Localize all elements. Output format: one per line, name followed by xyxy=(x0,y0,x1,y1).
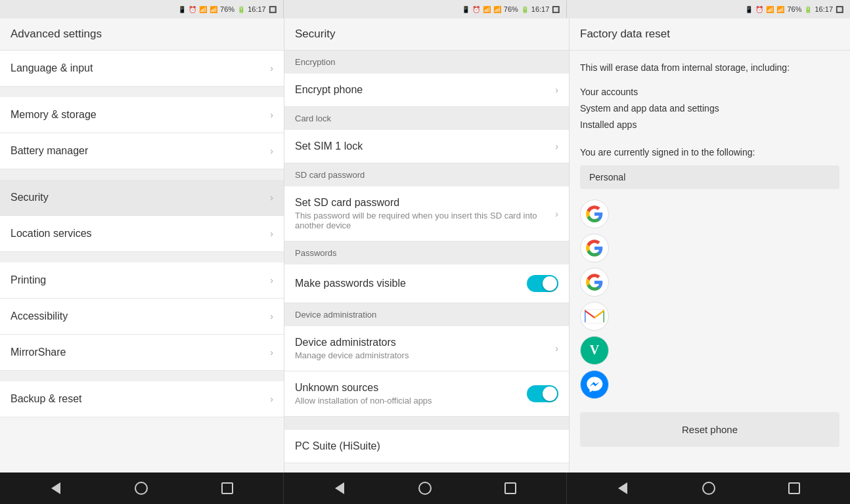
sidebar-item-mirrorshare[interactable]: MirrorShare › xyxy=(0,335,284,371)
sidebar-item-security[interactable]: Security › xyxy=(0,180,284,216)
home-button-mid[interactable] xyxy=(417,480,433,496)
back-triangle-left xyxy=(51,482,60,494)
home-button-left[interactable] xyxy=(133,480,149,496)
section-header-device-admin: Device administration xyxy=(284,303,569,326)
mirrorshare-arrow-icon: › xyxy=(270,347,273,358)
signal-icon: 📶 xyxy=(210,6,217,13)
panel-factory-reset: Factory data reset This will erase data … xyxy=(570,18,850,472)
time-right: 16:17 xyxy=(815,5,833,13)
signed-in-label: You are currently signed in to the follo… xyxy=(580,147,839,158)
erase-item-system: System and app data and settings xyxy=(580,100,839,117)
gmail-icon xyxy=(580,302,609,331)
back-button-right[interactable] xyxy=(615,480,631,496)
sidebar-item-language[interactable]: Language & input › xyxy=(0,51,284,87)
security-item-pc-suite[interactable]: PC Suite (HiSuite) xyxy=(284,430,569,463)
account-row-5: V xyxy=(580,336,839,365)
back-button-mid[interactable] xyxy=(332,480,347,496)
back-button-left[interactable] xyxy=(48,480,64,496)
sidebar-item-memory[interactable]: Memory & storage › xyxy=(0,97,284,133)
mirrorshare-label: MirrorShare xyxy=(11,346,66,358)
location-arrow-icon: › xyxy=(270,228,273,239)
status-bar-middle: 📱 ⏰ 📶 📶 76% 🔋 16:17 🔲 xyxy=(284,0,568,18)
unknown-sources-toggle-container[interactable] xyxy=(527,385,558,402)
unknown-sources-subtitle: Allow installation of non-official apps xyxy=(295,396,527,406)
section-header-encryption: Encryption xyxy=(284,51,569,74)
main-content: Advanced settings Language & input › Mem… xyxy=(0,18,850,472)
section-header-empty xyxy=(284,417,569,430)
battery-icon-mid: 🔋 xyxy=(521,6,529,13)
backup-arrow-icon: › xyxy=(270,394,273,404)
reset-phone-button[interactable]: Reset phone xyxy=(580,412,839,447)
wifi-icon-mid: 📶 xyxy=(483,6,491,13)
passwords-toggle-knob xyxy=(543,276,557,291)
security-item-sd-password[interactable]: Set SD card password This password will … xyxy=(284,186,569,242)
section-header-sd-password: SD card password xyxy=(284,163,569,186)
nav-bar-left xyxy=(0,472,284,504)
spacer-3 xyxy=(0,252,284,262)
accessibility-arrow-icon: › xyxy=(270,311,273,322)
home-button-right[interactable] xyxy=(701,480,717,496)
security-arrow-icon: › xyxy=(270,192,273,203)
panel-security: Security Encryption Encrypt phone › Card… xyxy=(284,18,570,472)
recents-button-left[interactable] xyxy=(219,480,235,496)
wifi-icon: 📶 xyxy=(199,6,207,13)
sidebar-item-accessibility[interactable]: Accessibility › xyxy=(0,299,284,335)
alarm-icon: ⏰ xyxy=(189,6,196,13)
device-admins-content: Device administrators Manage device admi… xyxy=(295,337,555,360)
sidebar-item-printing[interactable]: Printing › xyxy=(0,262,284,299)
passwords-visible-content: Make passwords visible xyxy=(295,278,527,289)
encrypt-phone-title: Encrypt phone xyxy=(295,84,555,96)
recents-button-right[interactable] xyxy=(786,480,802,496)
passwords-visible-toggle[interactable] xyxy=(527,275,558,292)
recents-square-right xyxy=(788,482,800,494)
passwords-toggle-container[interactable] xyxy=(527,275,558,292)
svg-rect-0 xyxy=(585,309,604,324)
security-item-passwords-visible[interactable]: Make passwords visible xyxy=(284,264,569,303)
status-bars: 📱 ⏰ 📶 📶 76% 🔋 16:17 🔲 📱 ⏰ 📶 📶 76% 🔋 16:1… xyxy=(0,0,850,18)
security-item-unknown-sources[interactable]: Unknown sources Allow installation of no… xyxy=(284,371,569,417)
printing-label: Printing xyxy=(11,274,46,286)
sidebar-item-location[interactable]: Location services › xyxy=(0,216,284,252)
unknown-sources-toggle-knob xyxy=(543,387,557,401)
sidebar-item-backup[interactable]: Backup & reset › xyxy=(0,381,284,417)
device-admins-title: Device administrators xyxy=(295,337,555,348)
encrypt-phone-content: Encrypt phone xyxy=(295,84,555,96)
unknown-sources-toggle[interactable] xyxy=(527,385,558,402)
battery-percent-right: 76% xyxy=(787,5,801,13)
wifi-icon-right: 📶 xyxy=(766,6,774,13)
recents-button-mid[interactable] xyxy=(503,480,518,496)
account-row-2 xyxy=(580,234,839,262)
back-triangle-right xyxy=(618,482,627,494)
erase-item-apps: Installed apps xyxy=(580,117,839,133)
unknown-sources-title: Unknown sources xyxy=(295,382,527,394)
sidebar-item-battery[interactable]: Battery manager › xyxy=(0,133,284,169)
accessibility-label: Accessibility xyxy=(11,310,68,322)
factory-reset-content: This will erase data from internal stora… xyxy=(570,51,850,472)
location-label: Location services xyxy=(11,228,92,240)
alarm-icon-mid: ⏰ xyxy=(472,6,480,13)
security-item-encrypt-phone[interactable]: Encrypt phone › xyxy=(284,74,569,107)
security-label: Security xyxy=(11,192,49,203)
account-personal-box: Personal xyxy=(580,165,839,189)
alarm-icon-right: ⏰ xyxy=(755,6,763,13)
account-row-1 xyxy=(580,200,839,228)
battery-icon-left: 🔋 xyxy=(237,6,245,13)
erase-item-accounts: Your accounts xyxy=(580,84,839,100)
messenger-icon xyxy=(580,370,609,399)
sim-icon: 📱 xyxy=(178,6,186,13)
security-list: Encryption Encrypt phone › Card lock Set… xyxy=(284,51,569,472)
section-header-passwords: Passwords xyxy=(284,242,569,264)
language-label: Language & input xyxy=(11,62,93,74)
security-item-device-admins[interactable]: Device administrators Manage device admi… xyxy=(284,326,569,371)
device-admins-subtitle: Manage device administrators xyxy=(295,350,555,360)
sim-icon-mid: 📱 xyxy=(462,6,470,13)
factory-reset-erase-list: Your accounts System and app data and se… xyxy=(580,84,839,134)
pc-suite-content: PC Suite (HiSuite) xyxy=(295,440,558,452)
passwords-visible-title: Make passwords visible xyxy=(295,278,527,289)
security-item-sim-lock[interactable]: Set SIM 1 lock › xyxy=(284,130,569,163)
time-left: 16:17 xyxy=(248,5,266,13)
settings-list: Language & input › Memory & storage › Ba… xyxy=(0,51,284,472)
language-arrow-icon: › xyxy=(270,63,273,74)
google-icon-2 xyxy=(580,234,609,262)
google-icon-3 xyxy=(580,268,609,297)
